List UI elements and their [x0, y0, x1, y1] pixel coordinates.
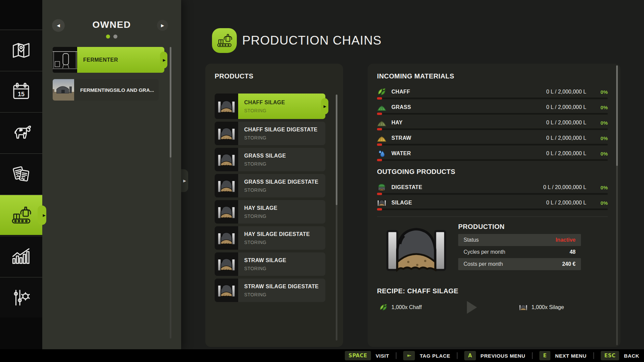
owned-item-fermenter[interactable]: FERMENTER ▶ — [53, 47, 164, 73]
silage-icon — [519, 303, 528, 312]
sidebar-item-production-chains[interactable]: ▶ — [0, 194, 42, 235]
fill-level-indicator — [377, 193, 382, 195]
production-chains-icon — [11, 205, 32, 226]
production-info-table: Status Inactive Cycles per month 48 Cost… — [458, 234, 581, 270]
fill-level-bar — [377, 193, 608, 195]
table-row-cycles: Cycles per month 48 — [458, 246, 581, 258]
selected-item-arrow-icon: ▶ — [324, 104, 326, 109]
fill-level-indicator — [377, 143, 382, 146]
hint-divider — [532, 352, 533, 359]
page-icon — [212, 28, 237, 53]
fill-level-indicator — [377, 97, 382, 100]
sidebar-item-calendar[interactable]: 15 — [0, 71, 42, 111]
products-scrollbar-thumb[interactable] — [336, 95, 337, 205]
sidebar-item-animals[interactable] — [0, 112, 42, 153]
material-row-grass: GRASS 0 L / 2,000,000 L 0% — [377, 100, 608, 115]
production-chains-icon — [216, 33, 232, 49]
straw-icon — [377, 133, 386, 143]
sidebar-item-contracts[interactable] — [0, 153, 42, 194]
sidebar-item-map[interactable] — [0, 29, 42, 70]
main-menu-sidebar: 15 ▶ — [0, 0, 42, 349]
sidebar-item-statistics[interactable] — [0, 236, 42, 276]
status-badge: Inactive — [555, 237, 576, 243]
panel-expander-button[interactable]: ▶ — [181, 169, 188, 192]
incoming-materials-heading: INCOMING MATERIALS — [377, 72, 608, 80]
details-scrollbar[interactable] — [616, 65, 618, 345]
hay-icon — [377, 118, 386, 127]
page-title: PRODUCTION CHAINS — [242, 34, 382, 48]
recipe-arrow-icon — [467, 301, 477, 314]
fill-level-bar — [377, 208, 608, 210]
owned-panel: ◀ OWNED ▶ FERMENTER ▶ FERMENTINGSILO AND… — [42, 0, 181, 349]
fill-level-bar — [377, 144, 608, 145]
silage-icon — [215, 279, 238, 302]
product-item-grass-silage[interactable]: GRASS SILAGESTORING — [215, 148, 325, 171]
hint-previous-menu[interactable]: A PREVIOUS MENU — [464, 351, 525, 360]
tab-key-badge[interactable]: ⇤ — [403, 351, 415, 360]
active-tab-arrow-icon: ▶ — [43, 213, 46, 217]
hint-back[interactable]: ESC BACK — [601, 351, 639, 360]
hint-tag-place[interactable]: ⇤ TAG PLACE — [403, 351, 450, 360]
owned-item-label: FERMENTER — [77, 47, 164, 73]
chaff-icon — [377, 87, 386, 97]
products-panel: PRODUCTS CHAFF SILAGESTORING▶ CHAFF SILA… — [205, 64, 343, 347]
hint-next-menu[interactable]: E NEXT MENU — [539, 351, 587, 360]
fill-level-indicator — [377, 128, 382, 130]
calendar-icon: 15 — [11, 81, 32, 102]
product-item-straw-silage-digestate[interactable]: STRAW SILAGE DIGESTATESTORING — [215, 279, 325, 302]
cow-icon — [11, 122, 32, 143]
owned-item-fermentingsilo[interactable]: FERMENTINGSILO AND GRA... — [53, 79, 159, 101]
selected-item-arrow-icon: ▶ — [163, 58, 166, 62]
silage-icon — [215, 148, 238, 171]
hotkey-bar: SPACE VISIT ⇤ TAG PLACE A PREVIOUS MENU … — [0, 349, 644, 362]
recipe-row: 1,000x Chaff 1,000x Silage — [377, 301, 608, 314]
page-dot-active — [106, 35, 110, 39]
e-key-badge[interactable]: E — [539, 351, 550, 360]
owned-page-dots — [42, 35, 181, 39]
fill-level-bar — [377, 159, 608, 161]
sidebar-item-prices[interactable] — [0, 277, 42, 317]
table-row-costs: Costs per month 240 € — [458, 258, 581, 270]
silage-icon — [377, 198, 386, 207]
owned-item-label: FERMENTINGSILO AND GRA... — [74, 79, 159, 101]
product-item-straw-silage[interactable]: STRAW SILAGESTORING — [215, 252, 325, 276]
fill-level-bar — [377, 98, 608, 99]
owned-next-page-button[interactable]: ▶ — [157, 20, 168, 31]
product-item-hay-silage[interactable]: HAY SILAGESTORING — [215, 200, 325, 224]
owned-scrollbar-thumb[interactable] — [170, 47, 171, 158]
space-key-badge[interactable]: SPACE — [345, 351, 371, 360]
product-item-chaff-silage[interactable]: CHAFF SILAGESTORING▶ — [215, 94, 325, 119]
details-scrollbar-thumb[interactable] — [616, 65, 618, 166]
a-key-badge[interactable]: A — [464, 351, 476, 360]
product-item-grass-silage-digestate[interactable]: GRASS SILAGE DIGESTATESTORING — [215, 174, 325, 197]
products-scrollbar[interactable] — [336, 95, 337, 341]
fill-level-indicator — [377, 208, 382, 210]
esc-key-badge[interactable]: ESC — [601, 351, 620, 360]
recipe-heading: RECIPE: CHAFF SILAGE — [377, 287, 608, 295]
fill-level-indicator — [377, 113, 382, 115]
silage-icon — [215, 226, 238, 250]
hint-divider — [396, 352, 396, 359]
svg-text:15: 15 — [18, 90, 24, 97]
product-item-hay-silage-digestate[interactable]: HAY SILAGE DIGESTATESTORING — [215, 226, 325, 250]
silage-icon — [215, 174, 238, 197]
material-row-straw: STRAW 0 L / 2,000,000 L 0% — [377, 130, 608, 146]
owned-scrollbar[interactable] — [170, 47, 171, 339]
fill-level-bar — [377, 128, 608, 130]
production-point-image — [384, 223, 448, 273]
material-row-hay: HAY 0 L / 2,000,000 L 0% — [377, 115, 608, 130]
hint-visit[interactable]: SPACE VISIT — [345, 351, 389, 360]
statistics-icon — [11, 246, 32, 267]
section-divider — [377, 217, 608, 217]
product-item-chaff-silage-digestate[interactable]: CHAFF SILAGE DIGESTATESTORING — [215, 122, 325, 145]
fermenter-thumbnail — [53, 47, 77, 73]
silage-icon — [215, 94, 238, 119]
production-details-panel: INCOMING MATERIALS CHAFF 0 L / 2,000,000… — [368, 64, 621, 347]
outgoing-products-heading: OUTGOING PRODUCTS — [377, 168, 608, 176]
hint-divider — [457, 352, 458, 359]
production-heading: PRODUCTION — [458, 223, 581, 231]
production-chains-screen: 15 ▶ ◀ OWNED ▶ FERMENTER ▶ — [0, 0, 644, 362]
fill-level-indicator — [377, 159, 382, 161]
product-row-silage: SILAGE 0 L / 2,000,000 L 0% — [377, 195, 608, 210]
digestate-icon — [377, 183, 386, 192]
